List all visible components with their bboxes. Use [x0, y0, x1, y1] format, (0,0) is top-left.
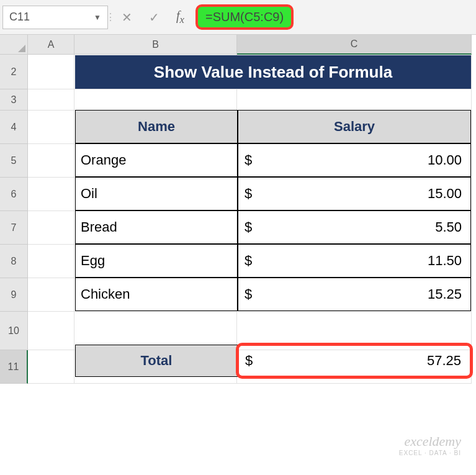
table-row: Orange $10.00	[75, 143, 471, 177]
cell[interactable]	[28, 245, 74, 278]
item-name[interactable]: Orange	[75, 143, 238, 177]
col-header-a[interactable]: A	[28, 35, 74, 55]
total-row: Total $ 57.25	[75, 345, 471, 377]
total-value: 57.25	[427, 353, 461, 369]
header-salary: Salary	[238, 110, 471, 143]
row-header-8[interactable]: 8	[0, 245, 28, 278]
item-salary[interactable]: $15.00	[238, 177, 471, 210]
item-name[interactable]: Chicken	[75, 278, 238, 311]
cell[interactable]	[28, 350, 74, 384]
table-row: Bread $5.50	[75, 210, 471, 244]
col-header-c[interactable]: C	[237, 35, 472, 55]
cell[interactable]	[28, 211, 74, 245]
cell[interactable]	[237, 89, 472, 111]
name-box-dropdown-icon[interactable]: ▼	[94, 13, 101, 22]
cell[interactable]	[74, 89, 237, 111]
watermark-tag: EXCEL · DATA · BI	[399, 450, 461, 456]
item-name[interactable]: Egg	[75, 244, 238, 278]
total-label[interactable]: Total	[75, 345, 238, 377]
item-salary[interactable]: $10.00	[238, 143, 471, 177]
col-header-b[interactable]: B	[74, 35, 237, 55]
salary-value: 15.00	[428, 186, 462, 202]
cell[interactable]	[28, 55, 74, 89]
currency-symbol: $	[245, 186, 252, 202]
page-title: Show Value Instead of Formula	[75, 55, 471, 89]
formula-text: =SUM(C5:C9)	[195, 4, 294, 30]
currency-symbol: $	[245, 219, 252, 235]
row-header-11[interactable]: 11	[0, 350, 28, 384]
watermark-brand: exceldemy	[404, 433, 461, 449]
cancel-icon[interactable]: ✕	[113, 5, 140, 30]
currency-symbol: $	[245, 286, 252, 302]
formula-input[interactable]: =SUM(C5:C9)	[193, 4, 474, 31]
cell[interactable]	[28, 178, 74, 211]
cell[interactable]	[28, 111, 74, 144]
total-highlight: $ 57.25	[236, 343, 473, 379]
salary-value: 10.00	[428, 152, 462, 168]
cell[interactable]	[28, 144, 74, 178]
row-header-2[interactable]: 2	[0, 55, 28, 89]
cell[interactable]	[28, 278, 74, 312]
separator: ⋮	[108, 6, 113, 29]
table-row: Egg $11.50	[75, 244, 471, 278]
item-salary[interactable]: $15.25	[238, 278, 471, 311]
cell[interactable]	[28, 89, 74, 111]
salary-value: 5.50	[435, 219, 462, 235]
total-value-cell[interactable]: $ 57.25	[238, 345, 471, 377]
fx-icon[interactable]: fx	[168, 9, 193, 26]
select-all-corner[interactable]	[0, 35, 28, 55]
formula-bar: C11 ▼ ⋮ ✕ ✓ fx =SUM(C5:C9)	[0, 0, 476, 35]
watermark: exceldemy EXCEL · DATA · BI	[399, 433, 461, 456]
item-salary[interactable]: $11.50	[238, 244, 471, 278]
cell[interactable]	[28, 312, 74, 350]
currency-symbol: $	[245, 353, 253, 369]
header-name: Name	[75, 110, 238, 143]
table-row: Oil $15.00	[75, 177, 471, 210]
item-salary[interactable]: $5.50	[238, 210, 471, 244]
row-header-3[interactable]: 3	[0, 89, 28, 111]
row-header-10[interactable]: 10	[0, 312, 28, 350]
currency-symbol: $	[245, 152, 252, 168]
item-name[interactable]: Bread	[75, 210, 238, 244]
table-row: Chicken $15.25	[75, 278, 471, 311]
row-header-4[interactable]: 4	[0, 111, 28, 144]
salary-value: 11.50	[428, 253, 462, 269]
salary-value: 15.25	[428, 286, 462, 302]
currency-symbol: $	[245, 253, 252, 269]
row-header-9[interactable]: 9	[0, 278, 28, 312]
name-box-value: C11	[9, 11, 30, 24]
row-header-6[interactable]: 6	[0, 178, 28, 211]
row-header-5[interactable]: 5	[0, 144, 28, 178]
name-box[interactable]: C11 ▼	[2, 6, 108, 29]
row-header-7[interactable]: 7	[0, 211, 28, 245]
item-name[interactable]: Oil	[75, 177, 238, 210]
data-table: Name Salary Orange $10.00 Oil $15.00 Bre…	[75, 110, 471, 311]
enter-icon[interactable]: ✓	[140, 5, 168, 30]
